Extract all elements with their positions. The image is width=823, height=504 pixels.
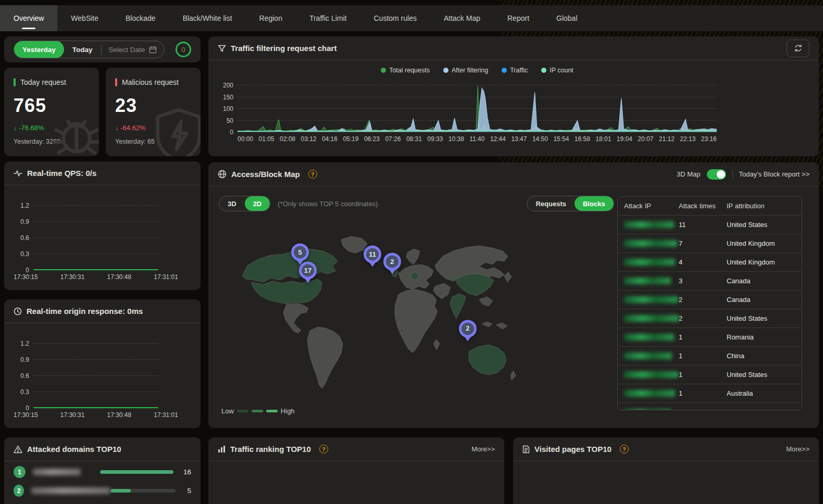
pin-tail [369, 262, 376, 267]
y-tick-label: 0 [230, 129, 233, 136]
x-tick-label: 05:19 [343, 135, 358, 143]
help-icon[interactable]: ? [319, 445, 328, 453]
legend-item-after-filtering[interactable]: After filtering [443, 67, 488, 74]
ip-attribution-cell: United States [727, 314, 802, 322]
column-header: Attack times [679, 202, 727, 210]
redacted-attack-ip [624, 240, 677, 247]
access-block-map-card: Access/Block Map ? 3D Map Today's Block … [208, 162, 819, 428]
nav-tab-black-white-list[interactable]: Black/White list [169, 5, 246, 31]
redacted-attack-ip [624, 296, 678, 303]
gridline-y0.9: 0.9 [33, 359, 158, 360]
attacked-domain-row: 116 [4, 464, 201, 480]
map-3d-button[interactable]: 3D [219, 196, 245, 211]
nav-tab-custom-rules[interactable]: Custom rules [360, 5, 430, 31]
domain-attack-bar [100, 470, 173, 474]
ip-attribution-cell: United Kingdom [727, 240, 802, 247]
attacked-domains-card: Attacked domains TOP10 11625 [4, 437, 201, 504]
redacted-attack-ip [624, 390, 675, 397]
pin-tail [304, 278, 311, 283]
more-link[interactable]: More>> [786, 445, 809, 453]
attack-times-cell: 7 [679, 240, 727, 247]
map-pin-eastern-europe[interactable]: 2 [383, 253, 401, 274]
map-2d-button[interactable]: 2D [245, 196, 270, 211]
y-tick-label: 0.6 [20, 234, 29, 242]
rank-badge: 1 [14, 466, 26, 478]
x-tick-label: 17:30:31 [60, 273, 85, 281]
nav-tab-traffic-limit[interactable]: Traffic Limit [296, 5, 360, 31]
ip-attribution-cell: United Kingdom [727, 258, 802, 266]
rank-badge: 2 [14, 485, 24, 497]
map-3d-toggle[interactable] [707, 169, 726, 180]
nav-tab-blockade[interactable]: Blockade [112, 5, 169, 31]
redacted-attack-ip [624, 259, 675, 266]
shield-lightning-icon [151, 105, 201, 156]
x-tick-label: 04:16 [322, 135, 338, 143]
select-date-input[interactable]: Select Date [102, 46, 165, 54]
map-pin-australia[interactable]: 2 [459, 320, 477, 341]
requests-button[interactable]: Requests [527, 196, 575, 211]
ip-attribution-cell: Canada [727, 296, 802, 304]
pin-count: 5 [291, 243, 309, 261]
todays-block-report-link[interactable]: Today's Block report >> [739, 170, 809, 178]
gridline-y1.2: 1.2 [33, 205, 158, 206]
attack-times-cell: 1 [679, 371, 727, 379]
y-tick-label: 150 [223, 94, 233, 101]
attack-table-row: 1China [618, 347, 802, 366]
qps-plot: 00.30.60.91.2 [33, 205, 158, 270]
x-tick-label: 17:31:01 [154, 273, 178, 281]
legend-bar-high [266, 410, 278, 412]
y-tick-label: 100 [223, 105, 233, 112]
realtime-qps-card: Real-time QPS: 0/s 00.30.60.91.2 17:30:1… [4, 161, 201, 290]
map-pin-united-kingdom[interactable]: 11 [364, 246, 381, 267]
column-header: Attack IP [618, 202, 679, 210]
x-tick-label: 00:00 [238, 135, 253, 143]
nav-tab-website[interactable]: WebSite [57, 5, 112, 31]
more-link[interactable]: More>> [471, 445, 495, 453]
legend-item-ip-count[interactable]: IP count [541, 67, 573, 74]
attack-table-row: 1Australia [618, 384, 802, 403]
domain-attack-bar [110, 489, 176, 493]
y-tick-label: 0.9 [20, 356, 29, 363]
help-icon[interactable]: ? [620, 445, 629, 453]
x-tick-label: 02:08 [280, 135, 295, 143]
legend-bar-mid [252, 410, 263, 412]
nav-tab-global[interactable]: Global [543, 5, 591, 31]
map-density-legend: Low High [221, 407, 295, 415]
legend-item-total-requests[interactable]: Total requests [381, 67, 430, 74]
y-tick-label: 50 [227, 117, 233, 124]
x-tick-label: 13:47 [511, 135, 527, 143]
map-dimension-switch: 3D 2D [219, 196, 270, 211]
help-icon[interactable]: ? [308, 170, 317, 179]
nav-tab-attack-map[interactable]: Attack Map [430, 5, 494, 31]
refresh-button[interactable] [787, 40, 809, 57]
clock-icon [14, 307, 22, 316]
gridline-y0.9: 0.9 [33, 221, 158, 222]
yesterday-button[interactable]: Yesterday [14, 41, 64, 58]
today-button[interactable]: Today [64, 41, 101, 58]
attack-table-row: 1Germany [618, 403, 802, 410]
pin-count: 2 [383, 253, 401, 270]
refresh-countdown-badge[interactable]: 0 [176, 42, 191, 57]
stat-title-row: Malicious request [115, 78, 191, 86]
pulse-icon [14, 169, 22, 178]
world-map[interactable]: 5171122 [219, 224, 521, 401]
x-tick-label: 18:01 [595, 135, 611, 143]
map-type-switch: Requests Blocks [527, 196, 614, 211]
today-request-card: Today request 765 ↓ -76.68% Yesterday: 3… [4, 68, 99, 156]
gridline-y0.3: 0.3 [33, 254, 158, 254]
domain-attack-count: 16 [173, 468, 191, 476]
nav-tab-report[interactable]: Report [494, 5, 543, 31]
nav-tab-overview[interactable]: Overview [0, 5, 57, 31]
x-tick-label: 17:31:01 [154, 411, 178, 419]
card-title-text: Traffic ranking TOP10 [230, 445, 311, 453]
gridline-y0.3: 0.3 [33, 392, 158, 392]
x-tick-label: 12:44 [490, 135, 506, 143]
redacted-domain [31, 487, 110, 494]
map-pin-united-states[interactable]: 17 [299, 261, 317, 283]
nav-tab-region[interactable]: Region [246, 5, 296, 31]
x-tick-label: 17:30:48 [107, 411, 132, 419]
x-tick-label: 06:23 [364, 135, 380, 143]
legend-item-traffic[interactable]: Traffic [502, 67, 528, 74]
blocks-button[interactable]: Blocks [575, 196, 614, 211]
x-tick-label: 14:50 [532, 135, 548, 143]
